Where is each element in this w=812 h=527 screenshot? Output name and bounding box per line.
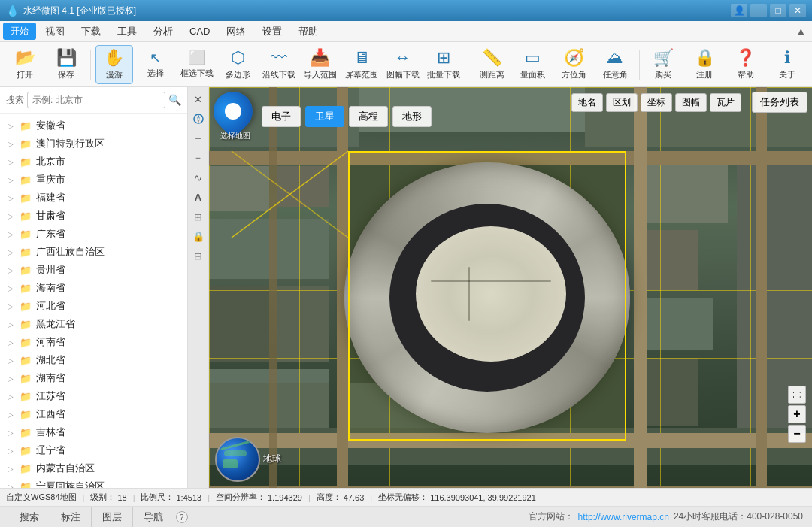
folder-icon: 📁 <box>20 319 32 330</box>
search-input[interactable] <box>27 92 165 108</box>
region-item[interactable]: ▷📁甘肃省 <box>0 207 187 225</box>
region-item[interactable]: ▷📁河北省 <box>0 297 187 315</box>
open-btn[interactable]: 📂 打开 <box>6 45 44 84</box>
region-item[interactable]: ▷📁内蒙古自治区 <box>0 459 187 477</box>
tab-search[interactable]: 搜索 <box>9 507 50 527</box>
menu-help[interactable]: 帮助 <box>291 23 326 41</box>
app-title: 水经微图 4.1 [企业版已授权] <box>23 5 136 17</box>
tab-navigation[interactable]: 导航 <box>133 507 174 527</box>
region-item[interactable]: ▷📁江西省 <box>0 405 187 423</box>
measure-dist-btn[interactable]: 📏 测距离 <box>473 45 511 84</box>
overlay-coords[interactable]: 坐标 <box>641 93 672 112</box>
pan-btn[interactable]: ✋ 漫游 <box>95 45 134 84</box>
map-tool-lock[interactable]: 🔒 <box>189 227 208 245</box>
overlay-tile[interactable]: 瓦片 <box>710 93 741 112</box>
region-item[interactable]: ▷📁安徽省 <box>0 117 187 135</box>
menu-view[interactable]: 视图 <box>38 23 72 41</box>
polygon-btn[interactable]: ⬡ 多边形 <box>219 45 257 84</box>
region-item[interactable]: ▷📁广东省 <box>0 225 187 243</box>
overlay-frame[interactable]: 图幅 <box>675 93 707 112</box>
region-item[interactable]: ▷📁江苏省 <box>0 387 187 405</box>
region-item[interactable]: ▷📁湖北省 <box>0 351 187 369</box>
frame-width-btn[interactable]: ↔ 图幅下载 <box>383 45 422 84</box>
region-item[interactable]: ▷📁贵州省 <box>0 261 187 279</box>
menu-cad[interactable]: CAD <box>182 23 217 39</box>
polyline-dl-btn[interactable]: 〰 沿线下载 <box>260 45 298 84</box>
region-item[interactable]: ▷📁北京市 <box>0 153 187 171</box>
map-tool-text[interactable]: A <box>189 188 208 206</box>
region-name: 澳门特别行政区 <box>36 137 105 150</box>
zoom-fullscreen-btn[interactable]: ⛶ <box>788 386 806 404</box>
overlay-placename[interactable]: 地名 <box>571 93 603 112</box>
select-btn[interactable]: ↖ 选择 <box>136 45 174 84</box>
region-item[interactable]: ▷📁河南省 <box>0 333 187 351</box>
footer-info: 官方网站： http://www.rivermap.cn 24小时客服电话：40… <box>529 510 803 523</box>
search-btn[interactable]: 🔍 <box>168 94 181 106</box>
maximize-btn[interactable]: □ <box>770 4 786 17</box>
map-tab-elevation[interactable]: 高程 <box>349 106 388 127</box>
menu-analysis[interactable]: 分析 <box>146 23 180 41</box>
expand-arrow: ▷ <box>8 374 14 383</box>
frame-width-label: 图幅下载 <box>386 69 420 80</box>
menu-expand-btn[interactable]: ▲ <box>793 23 809 40</box>
region-item[interactable]: ▷📁澳门特别行政区 <box>0 135 187 153</box>
globe-label: 地球 <box>263 453 281 465</box>
zoom-out-btn[interactable]: − <box>788 425 806 443</box>
map-tab-electronic[interactable]: 电子 <box>262 106 301 127</box>
about-btn[interactable]: ℹ 关于 <box>768 45 806 84</box>
region-item[interactable]: ▷📁广西壮族自治区 <box>0 243 187 261</box>
region-item[interactable]: ▷📁湖南省 <box>0 369 187 387</box>
status-coords: 坐标无偏移： 116.39093041, 39.99221921 <box>378 492 536 503</box>
screen-btn[interactable]: 🖥 屏幕范围 <box>342 45 380 84</box>
menu-tools[interactable]: 工具 <box>110 23 144 41</box>
tab-annotation[interactable]: 标注 <box>50 507 92 527</box>
menu-download[interactable]: 下载 <box>74 23 108 41</box>
map-tool-nav[interactable] <box>189 110 208 128</box>
task-list-btn[interactable]: 任务列表 <box>752 92 807 113</box>
help-toolbar-btn[interactable]: ❓ 帮助 <box>726 45 765 84</box>
region-item[interactable]: ▷📁福建省 <box>0 189 187 207</box>
bearing-btn[interactable]: 🧭 方位角 <box>555 45 593 84</box>
map-tool-zoom-out[interactable]: － <box>189 149 208 167</box>
overlay-boundary[interactable]: 区划 <box>606 93 638 112</box>
tab-layers[interactable]: 图层 <box>92 507 133 527</box>
mini-globe[interactable] <box>215 437 260 482</box>
frame-download-btn[interactable]: ⬜ 框选下载 <box>177 45 216 84</box>
save-btn[interactable]: 💾 保存 <box>47 45 86 84</box>
minimize-btn[interactable]: ─ <box>750 4 767 17</box>
region-item[interactable]: ▷📁辽宁省 <box>0 441 187 459</box>
nav-logo-container[interactable]: 选择地图 <box>214 92 257 141</box>
help-circle-btn[interactable]: ? <box>174 507 189 527</box>
titlebar-left: 💧 水经微图 4.1 [企业版已授权] <box>6 5 136 17</box>
elevation-btn[interactable]: ⛰ 任意角 <box>596 45 635 84</box>
map-tool-close[interactable]: ✕ <box>189 90 208 108</box>
zoom-in-btn[interactable]: + <box>788 405 806 423</box>
region-item[interactable]: ▷📁海南省 <box>0 279 187 297</box>
status-scale: 比例尺： 1:4513 <box>141 492 201 503</box>
folder-icon: 📁 <box>20 355 32 366</box>
map-tool-wave[interactable]: ∿ <box>189 168 208 186</box>
register-btn[interactable]: 🔒 注册 <box>686 45 724 84</box>
map-tool-grid[interactable]: ⊞ <box>189 207 208 226</box>
map-tool-minus[interactable]: ⊟ <box>189 247 208 265</box>
measure-area-btn[interactable]: ▭ 量面积 <box>514 45 553 84</box>
region-item[interactable]: ▷📁黑龙江省 <box>0 315 187 333</box>
map-tab-satellite[interactable]: 卫星 <box>305 106 344 127</box>
menu-network[interactable]: 网络 <box>219 23 253 41</box>
region-item[interactable]: ▷📁吉林省 <box>0 423 187 441</box>
purchase-btn[interactable]: 🛒 购买 <box>644 45 683 84</box>
close-btn[interactable]: ✕ <box>789 4 806 17</box>
menu-home[interactable]: 开始 <box>3 23 36 40</box>
folder-icon: 📁 <box>20 229 32 240</box>
menu-settings[interactable]: 设置 <box>255 23 289 41</box>
map-area[interactable]: 选择地图 电子 卫星 高程 地形 地名 区划 坐标 图幅 瓦片 任务列表 ⛶ +… <box>209 87 812 488</box>
region-item[interactable]: ▷📁宁夏回族自治区 <box>0 477 187 488</box>
batch-dl-btn[interactable]: ⊞ 批量下载 <box>425 45 463 84</box>
map-tab-terrain[interactable]: 地形 <box>392 106 432 127</box>
user-btn[interactable]: 👤 <box>731 4 747 17</box>
map-tool-zoom-in[interactable]: ＋ <box>189 129 208 147</box>
frame-dl-icon: ⬜ <box>189 50 205 66</box>
region-item[interactable]: ▷📁重庆市 <box>0 171 187 189</box>
import-btn[interactable]: 📥 导入范围 <box>301 45 340 84</box>
website-link[interactable]: http://www.rivermap.cn <box>578 512 669 522</box>
